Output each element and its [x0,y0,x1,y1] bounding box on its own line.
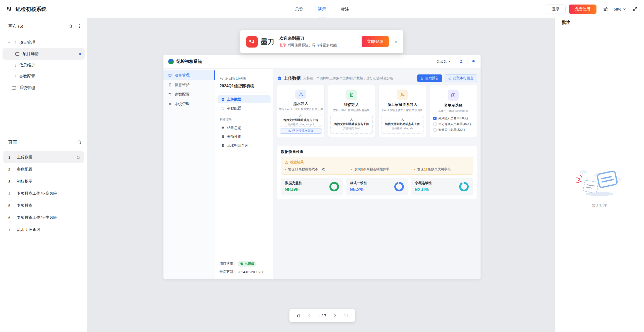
metric-balance-continuity: 余额连续性 92.8% [411,178,473,195]
search-icon[interactable] [77,140,82,145]
chevron-down-icon[interactable] [7,41,10,44]
fetch-bank-info-button[interactable]: 拉取本行信息 [445,74,477,82]
page-item-7[interactable]: 7 流水明细查询 [3,224,84,236]
prev-page-icon[interactable] [307,313,312,318]
generate-report-button[interactable]: 生成报告 [417,74,442,82]
page-item-1[interactable]: 1 上传数据 [3,151,84,163]
report-icon [420,77,424,80]
close-icon[interactable]: × [394,39,397,44]
page-item-4[interactable]: 4 专项排查工作台-高风险 [3,187,84,199]
card-desc: Excel 模板上传员工家庭关系信息 [382,108,423,112]
page-number: 2 [8,167,17,172]
search-icon[interactable] [68,24,73,29]
page-item-3[interactable]: 3 初核提示 [3,175,84,187]
more-menu-icon[interactable] [77,24,82,28]
nav-parameter-config[interactable]: 参数配置 [163,90,215,99]
card-watchlist-select: 名单库选择 选择中介库管理内的名单 高风险人员名单(68人) 历史可疑人员名单(… [429,85,477,137]
check-circle-icon [240,262,243,265]
layers-panel: 画布 (5) 项目管理 项目详情 信息维护 [0,18,88,332]
nav-label: 系统管理 [175,102,190,106]
login-button[interactable]: 登录 [546,5,566,14]
page-item-5[interactable]: 5 专项排查 [3,199,84,212]
prototype-main-nav: 项目管理 信息维护 参数配置 系统管理 [163,69,215,279]
user-menu[interactable]: 某某某 [436,59,451,64]
project-nav: 上传数据 参数配置 [215,93,273,113]
status-label: 项目状态： [220,262,237,266]
tree-item-system-management[interactable]: 系统管理 [3,82,85,94]
dropzone-title: 拖拽文件到此处或点击上传 [283,118,318,122]
modao-brand-name: 墨刀 [261,37,274,46]
login-now-button[interactable]: 立即登录 [362,36,389,47]
bell-icon[interactable] [471,59,476,64]
prototype-title: 纪检初核系统 [176,59,202,64]
uploaded-query-label: 已上传流水查询 [292,129,314,133]
tab-present[interactable]: 演示 [317,0,327,18]
annotations-title: 批注 [562,20,570,25]
free-trial-button[interactable]: 免费使用 [569,5,596,14]
topbar-actions: 登录 免费使用 58% [546,5,638,14]
nav-results-overview[interactable]: 结果总览 [218,123,271,132]
prototype-body: 项目管理 信息维护 参数配置 系统管理 [163,69,481,279]
file-dropzone[interactable]: 拖拽文件到此处或点击上传 支持格式: html [330,115,373,134]
zoom-control[interactable]: 58% [614,7,626,11]
divider [467,60,467,64]
page-item-6[interactable]: 6 专项排查工作台-中风险 [3,212,84,224]
file-dropzone[interactable]: 拖拽文件到此处或点击上传 支持格式: xlsx, xls [381,115,423,134]
pages-section-header: 页面 [0,133,87,151]
next-page-icon[interactable] [333,313,337,318]
nav-label: 结果总览 [227,126,241,130]
restart-icon[interactable] [344,313,348,318]
tree-item-project-detail[interactable]: 项目详情 [3,48,85,60]
fullscreen-icon[interactable] [633,7,638,12]
home-button-icon[interactable] [296,313,301,318]
document-search-icon [221,144,225,147]
nav-special-investigation[interactable]: 专项排查 [218,132,271,141]
tab-annotate[interactable]: 标注 [340,0,350,18]
results-nav: 结果总览 专项排查 流水明细查询 [215,122,273,150]
checkbox-historic-suspect-list[interactable]: 历史可疑人员名单(45人) [433,122,473,126]
nav-upload-data[interactable]: 上传数据 [218,95,271,103]
dropzone-hint: 支持格式: xlsx, xls [392,127,413,130]
import-cards: 流水导入 支持 Excel、PDF 格式文件批量上传 拖拽文件到此处或点击上传 … [277,85,477,137]
nav-project-management[interactable]: 项目管理 [163,70,215,80]
file-dropzone[interactable]: 拖拽文件到此处或点击上传 支持格式: xlsx, xls, pdf [280,114,322,127]
canvas-section-header: 画布 (5) [0,18,87,34]
tree-item-parameter-config[interactable]: 参数配置 [3,71,85,82]
checkbox-label: 监管关注名单(32人) [438,128,465,132]
person-import-icon [397,90,408,100]
login-link[interactable]: 登录 [279,43,286,47]
data-quality-section: 数据质量检查 检查结果 发现 23 条数据格式不一致 发现 5 条余额连续性异常… [277,146,477,199]
tree-item-info-maintenance[interactable]: 信息维护 [3,60,85,71]
banner-texts: 欢迎来到墨刀 登录 后可使用标注、导出等更多功能 [279,36,337,48]
chevron-down-icon [623,8,626,11]
app-title: 纪检初核系统 [16,6,47,13]
page-label: 专项排查工作台-中风险 [17,215,57,220]
report-document-icon [221,135,225,139]
tree-item-project-management[interactable]: 项目管理 [3,37,85,48]
page-item-2[interactable]: 2 参数配置 [3,163,84,175]
empty-annotations-text: 暂无批注 [555,203,644,208]
nav-label: 专项排查 [227,135,241,139]
tree-item-label: 参数配置 [19,74,35,79]
checkbox-regulator-watchlist[interactable]: 监管关注名单(32人) [433,128,473,132]
checkbox-checked-icon [433,117,437,120]
nav-system-management[interactable]: 系统管理 [163,99,215,109]
metric-format-consistency: 格式一致性 95.2% [346,178,408,195]
nav-label: 参数配置 [227,106,241,111]
quality-title: 数据质量检查 [281,149,473,154]
finding-balance-anomaly: 发现 5 条余额连续性异常 [351,167,414,172]
user-icon[interactable] [459,59,463,64]
page-number: 4 [8,191,17,196]
checkbox-high-risk-list[interactable]: 高风险人员名单(68人) [433,116,473,120]
uploaded-query-button[interactable]: 已上传流水查询 [280,129,322,134]
nav-transaction-detail-query[interactable]: 流水明细查询 [218,141,271,150]
nav-parameter-config-2[interactable]: 参数配置 [218,104,271,112]
nav-info-maintenance[interactable]: 信息维护 [163,80,215,90]
selected-indicator-dot [79,53,81,55]
quality-metrics: 数据完整性 98.5% 格式一致性 95.2% 余额连续性 [281,178,473,195]
preferences-icon[interactable] [603,7,608,12]
page-label: 上传数据 [17,155,32,160]
tab-overview[interactable]: 总览 [294,0,304,18]
back-to-project-list[interactable]: 返回项目列表 [220,76,269,81]
frame-icon [12,75,16,78]
